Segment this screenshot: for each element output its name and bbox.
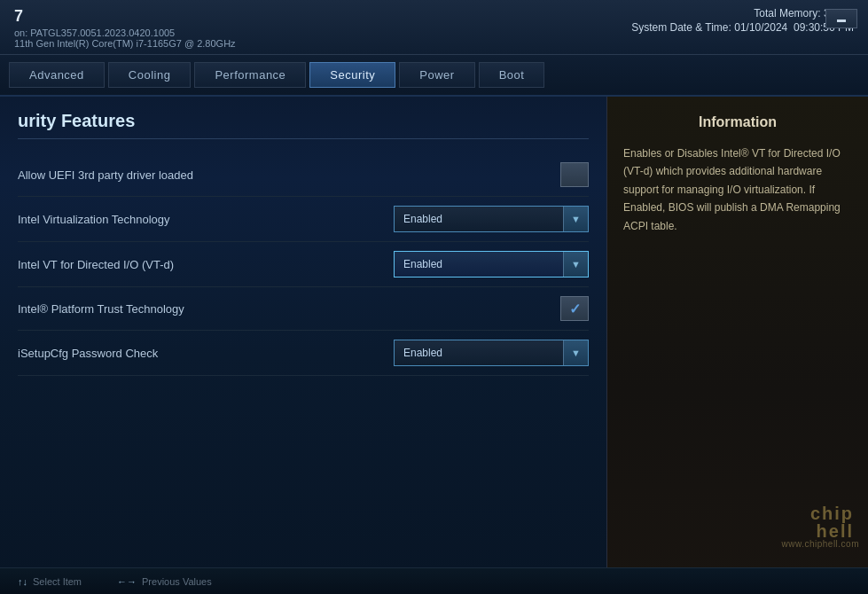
- watermark: www.chiphell.com: [782, 539, 859, 549]
- chip-text-block: chip hell: [810, 504, 854, 540]
- info-panel: Information Enables or Disables Intel® V…: [606, 97, 868, 584]
- tab-advanced[interactable]: Advanced: [9, 62, 105, 88]
- setting-vt-d: Intel VT for Directed I/O (VT-d) Enabled…: [18, 242, 589, 287]
- vt-d-label: Intel VT for Directed I/O (VT-d): [18, 258, 394, 271]
- chiphell-logo: chip hell: [810, 504, 854, 540]
- nav-tabs: Advanced Cooling Performance Security Po…: [0, 55, 868, 97]
- tab-cooling[interactable]: Cooling: [108, 62, 192, 88]
- main-content: urity Features Allow UEFI 3rd party driv…: [0, 97, 868, 584]
- virtualization-control: Enabled ▼: [394, 206, 589, 232]
- platform-trust-control: [560, 296, 589, 321]
- uefi-3rd-party-label: Allow UEFI 3rd party driver loaded: [18, 168, 560, 182]
- vt-d-dropdown[interactable]: Enabled ▼: [394, 251, 589, 277]
- select-label: Select Item: [33, 576, 82, 587]
- previous-key: ←→: [117, 576, 137, 587]
- datetime-info: System Date & Time: 01/10/2024 09:30:56 …: [631, 21, 854, 34]
- memory-info: Total Memory: 32 GB: [631, 7, 854, 20]
- select-key: ↑↓: [18, 576, 27, 587]
- uefi-3rd-party-control: [560, 162, 589, 187]
- bottom-hint-previous: ←→ Previous Values: [117, 576, 212, 587]
- setting-isetup-password: iSetupCfg Password Check Enabled ▼: [18, 331, 589, 376]
- tab-power[interactable]: Power: [399, 62, 474, 88]
- vt-d-control: Enabled ▼: [394, 251, 589, 277]
- info-title: Information: [623, 114, 852, 130]
- datetime-label: System Date & Time:: [631, 21, 731, 34]
- section-title-text: urity Features: [18, 111, 135, 130]
- chiphell-logo-area: chip hell: [810, 504, 854, 540]
- isetup-password-dropdown[interactable]: Enabled ▼: [394, 340, 589, 366]
- memory-label: Total Memory:: [754, 7, 820, 20]
- setting-virtualization: Intel Virtualization Technology Enabled …: [18, 197, 589, 242]
- previous-label: Previous Values: [142, 576, 212, 587]
- cpu-info: 11th Gen Intel(R) Core(TM) i7-1165G7 @ 2…: [14, 38, 236, 49]
- uefi-3rd-party-checkbox[interactable]: [560, 162, 589, 187]
- isetup-password-label: iSetupCfg Password Check: [18, 347, 394, 360]
- bios-title: 7: [14, 7, 236, 26]
- isetup-password-control: Enabled ▼: [394, 340, 589, 366]
- corner-button[interactable]: [825, 9, 857, 28]
- virtualization-dropdown-arrow: ▼: [563, 207, 588, 231]
- header-left: 7 on: PATGL357.0051.2023.0420.1005 11th …: [14, 7, 236, 49]
- date-value: 01/10/2024: [734, 21, 787, 34]
- bios-header: 7 on: PATGL357.0051.2023.0420.1005 11th …: [0, 0, 868, 55]
- virtualization-value: Enabled: [395, 213, 563, 225]
- virtualization-dropdown[interactable]: Enabled ▼: [394, 206, 589, 232]
- bottom-bar: ↑↓ Select Item ←→ Previous Values: [0, 567, 868, 594]
- setting-platform-trust: Intel® Platform Trust Technology: [18, 287, 589, 331]
- isetup-password-value: Enabled: [395, 347, 563, 359]
- info-text: Enables or Disables Intel® VT for Direct…: [623, 145, 852, 235]
- platform-trust-checkbox[interactable]: [560, 296, 589, 321]
- chip-text: chip: [810, 504, 854, 522]
- vt-d-dropdown-arrow: ▼: [563, 252, 588, 277]
- bios-version: on: PATGL357.0051.2023.0420.1005: [14, 27, 236, 38]
- isetup-password-dropdown-arrow: ▼: [563, 340, 588, 365]
- platform-trust-label: Intel® Platform Trust Technology: [18, 302, 560, 316]
- tab-boot[interactable]: Boot: [479, 62, 545, 88]
- header-right: Total Memory: 32 GB System Date & Time: …: [631, 7, 854, 34]
- left-panel: urity Features Allow UEFI 3rd party driv…: [0, 97, 606, 584]
- section-title: urity Features: [18, 111, 589, 139]
- setting-uefi-3rd-party: Allow UEFI 3rd party driver loaded: [18, 153, 589, 197]
- bottom-hint-select: ↑↓ Select Item: [18, 576, 82, 587]
- tab-performance[interactable]: Performance: [194, 62, 306, 88]
- virtualization-label: Intel Virtualization Technology: [18, 213, 394, 226]
- tab-security[interactable]: Security: [309, 62, 395, 88]
- hell-text: hell: [810, 522, 854, 540]
- vt-d-value: Enabled: [395, 258, 563, 270]
